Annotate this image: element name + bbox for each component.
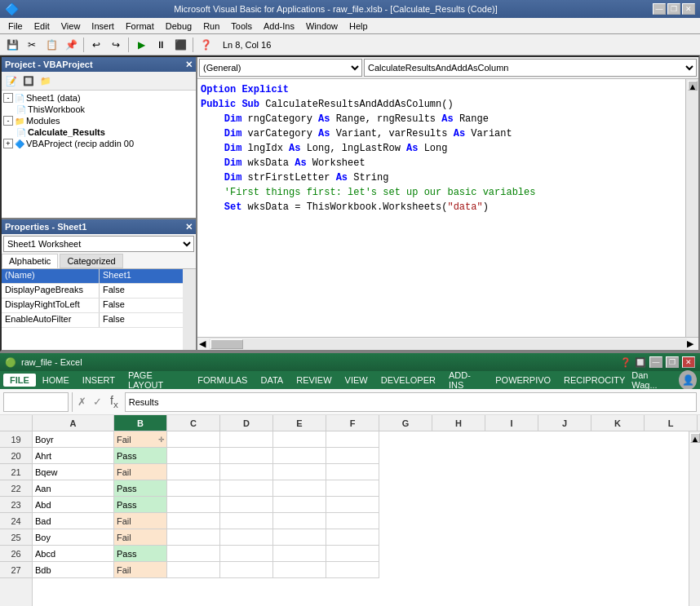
cell-19-b[interactable]: Fail✛ <box>114 431 167 448</box>
tree-item-modules[interactable]: - 📁 Modules <box>3 115 194 126</box>
menu-tools[interactable]: Tools <box>226 20 257 32</box>
redo-btn[interactable]: ↪ <box>107 37 125 53</box>
proj-folder-btn[interactable]: 📁 <box>38 73 54 88</box>
cell-27-b[interactable]: Fail <box>114 562 167 578</box>
cell-21-b[interactable]: Fail <box>114 464 167 480</box>
cell-20-b[interactable]: Pass <box>114 448 167 464</box>
cell-21-f[interactable] <box>326 464 379 480</box>
ribbon-tab-file[interactable]: FILE <box>3 374 36 387</box>
cell-19-e[interactable] <box>273 431 326 448</box>
cell-27-a[interactable]: Bdb <box>33 562 114 578</box>
expand-modules[interactable]: - <box>3 116 13 126</box>
cancel-formula-icon[interactable]: ✗ <box>78 396 86 408</box>
scrollbar-up-btn[interactable]: ▲ <box>688 81 698 91</box>
cell-21-c[interactable] <box>167 464 220 480</box>
cell-26-e[interactable] <box>273 546 326 562</box>
cell-23-f[interactable] <box>326 497 379 513</box>
prop-row-displaypagebreaks[interactable]: DisplayPageBreaks False <box>2 284 183 299</box>
proj-view-code-btn[interactable]: 📝 <box>3 73 20 88</box>
cell-22-f[interactable] <box>326 480 379 497</box>
code-scrollbar-h[interactable] <box>209 338 687 350</box>
excel-close-btn[interactable]: ✕ <box>682 356 695 368</box>
function-wizard-icon[interactable]: fx <box>110 394 118 409</box>
ribbon-tab-home[interactable]: HOME <box>36 374 76 387</box>
cell-21-e[interactable] <box>273 464 326 480</box>
cell-19-c[interactable] <box>167 431 220 448</box>
ribbon-tab-view[interactable]: VIEW <box>339 374 374 387</box>
cell-20-f[interactable] <box>326 448 379 464</box>
cell-23-b[interactable]: Pass <box>114 497 167 513</box>
code-procedure-dropdown[interactable]: CalculateResultsAndAddAsColumn <box>364 59 697 77</box>
prop-row-displayrighttoleft[interactable]: DisplayRightToLeft False <box>2 299 183 313</box>
cell-23-a[interactable]: Abd <box>33 497 114 513</box>
cell-20-e[interactable] <box>273 448 326 464</box>
cell-25-b[interactable]: Fail <box>114 529 167 546</box>
save-btn[interactable]: 💾 <box>3 37 21 53</box>
excel-minimize-btn[interactable]: — <box>649 356 662 368</box>
col-header-f[interactable]: F <box>326 415 379 431</box>
col-header-b[interactable]: B <box>114 415 167 431</box>
scroll-left-btn[interactable]: ◀ <box>197 338 209 349</box>
menu-window[interactable]: Window <box>301 20 343 32</box>
cell-20-a[interactable]: Ahrt <box>33 448 114 464</box>
cell-20-d[interactable] <box>220 448 273 464</box>
cell-24-d[interactable] <box>220 513 273 529</box>
cell-23-e[interactable] <box>273 497 326 513</box>
menu-help[interactable]: Help <box>344 20 373 32</box>
prop-row-enableautofilter[interactable]: EnableAutoFilter False <box>2 313 183 328</box>
properties-dropdown[interactable]: Sheet1 Worksheet <box>3 236 194 252</box>
help-icon-btn[interactable]: ❓ <box>197 37 215 53</box>
cell-23-d[interactable] <box>220 497 273 513</box>
tree-item-sheet1[interactable]: - 📄 Sheet1 (data) <box>3 92 194 104</box>
menu-view[interactable]: View <box>56 20 86 32</box>
col-header-c[interactable]: C <box>167 415 220 431</box>
menu-run[interactable]: Run <box>198 20 224 32</box>
col-header-i[interactable]: I <box>485 415 538 431</box>
cell-22-a[interactable]: Aan <box>33 480 114 497</box>
prop-row-name[interactable]: (Name) Sheet1 <box>2 269 183 284</box>
cell-26-f[interactable] <box>326 546 379 562</box>
expand-sheet1[interactable]: - <box>3 93 13 103</box>
cell-21-a[interactable]: Bqew <box>33 464 114 480</box>
ribbon-tab-pagelayout[interactable]: PAGE LAYOUT <box>122 369 191 391</box>
project-close-btn[interactable]: ✕ <box>185 60 193 70</box>
name-box[interactable] <box>3 392 69 412</box>
cell-25-c[interactable] <box>167 529 220 546</box>
excel-restore-window-btn[interactable]: ❐ <box>666 356 679 368</box>
cell-24-b[interactable]: Fail <box>114 513 167 529</box>
tree-item-vbaproject[interactable]: + 🔷 VBAProject (recip addin 00 <box>3 138 194 149</box>
scroll-right-btn[interactable]: ▶ <box>687 338 698 349</box>
cell-25-e[interactable] <box>273 529 326 546</box>
col-header-k[interactable]: K <box>591 415 645 431</box>
cell-24-c[interactable] <box>167 513 220 529</box>
pause-btn[interactable]: ⏸ <box>152 37 170 53</box>
code-scrollbar-v[interactable]: ▲ <box>685 79 698 337</box>
undo-btn[interactable]: ↩ <box>87 37 105 53</box>
tree-item-thisworkbook[interactable]: 📄 ThisWorkbook <box>3 104 194 115</box>
cell-23-c[interactable] <box>167 497 220 513</box>
cell-20-c[interactable] <box>167 448 220 464</box>
col-header-a[interactable]: A <box>33 415 114 431</box>
expand-vbaproject[interactable]: + <box>3 139 13 148</box>
ribbon-tab-data[interactable]: DATA <box>254 374 290 387</box>
ribbon-tab-addins[interactable]: ADD-INS <box>442 369 489 391</box>
menu-addins[interactable]: Add-Ins <box>259 20 299 32</box>
excel-restore-btn[interactable]: 🔲 <box>635 357 646 368</box>
tab-alphabetic[interactable]: Alphabetic <box>2 254 58 268</box>
menu-debug[interactable]: Debug <box>161 20 197 32</box>
vscroll-up-btn[interactable]: ▲ <box>690 433 700 443</box>
cell-24-f[interactable] <box>326 513 379 529</box>
help-icon[interactable]: ❓ <box>620 357 631 368</box>
vba-close-btn[interactable]: ✕ <box>682 3 695 15</box>
cell-27-e[interactable] <box>273 562 326 578</box>
cell-19-f[interactable] <box>326 431 379 448</box>
stop-btn[interactable]: ⬛ <box>171 37 189 53</box>
cell-22-d[interactable] <box>220 480 273 497</box>
cell-25-f[interactable] <box>326 529 379 546</box>
menu-edit[interactable]: Edit <box>29 20 55 32</box>
ribbon-tab-insert[interactable]: INSERT <box>76 374 122 387</box>
cell-19-d[interactable] <box>220 431 273 448</box>
cell-26-d[interactable] <box>220 546 273 562</box>
cell-27-c[interactable] <box>167 562 220 578</box>
ribbon-tab-review[interactable]: REVIEW <box>290 374 338 387</box>
